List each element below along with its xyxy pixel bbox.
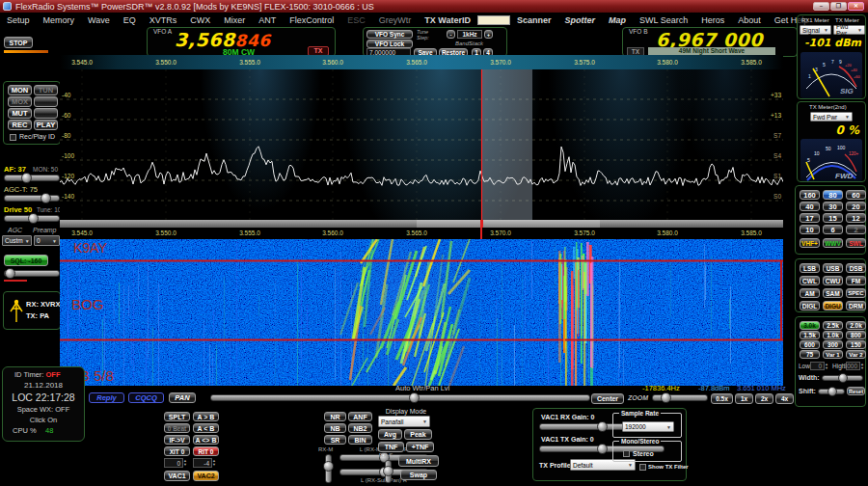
blank-button-1[interactable] [34,96,58,107]
preamp-select[interactable]: 0▼ [34,235,60,246]
peak-button[interactable]: Peak [404,429,432,440]
band-6[interactable]: 6 [823,225,843,234]
anf-button[interactable]: ANF [348,412,372,421]
menu-esc[interactable]: ESC [340,15,372,25]
menu-flexcontrol[interactable]: FlexControl [283,15,340,25]
vac1-button[interactable]: VAC1 [164,471,190,481]
stereo-checkbox[interactable] [623,450,630,457]
menu-heros[interactable]: Heros [694,15,731,25]
band-vhf[interactable]: VHF+ [800,238,820,248]
filter-800[interactable]: 800 [846,331,866,339]
filter-15k[interactable]: 1.5k [800,331,820,339]
zoom-1x-button[interactable]: 1x [735,393,753,404]
zero-beat-button[interactable]: 0 Beat [164,423,190,433]
zoom-05x-button[interactable]: 0.5x [711,393,733,404]
pan-button[interactable]: PAN [169,392,196,403]
filter-150[interactable]: 150 [846,340,866,349]
band-160[interactable]: 160 [800,190,820,200]
sr-button[interactable]: SR [324,435,346,445]
sample-rate-select[interactable]: 192000▼ [622,421,674,432]
avg-button[interactable]: Avg [378,429,402,440]
band-40[interactable]: 40 [800,202,820,211]
mode-usb[interactable]: USB [823,263,843,273]
filter-3k[interactable]: 3.0k [800,321,820,330]
filter-300[interactable]: 300 [823,340,843,349]
zoom-slider[interactable] [652,394,708,401]
space-wx-label[interactable]: Space WX: OFF [3,405,84,414]
blank-button-2[interactable] [34,108,58,119]
af-slider[interactable] [4,175,60,181]
filter-25k[interactable]: 2.5k [823,321,843,330]
menu-spotter[interactable]: Spotter [557,15,602,25]
squelch-slider[interactable] [4,270,60,277]
menu-swl-search[interactable]: SWL Search [633,15,694,25]
tun-button[interactable]: TUN [34,85,58,95]
spectrum-display[interactable]: 3.545.0 3.550.0 3.555.0 3.560.0 3.565.0 … [60,55,783,386]
panadapter[interactable] [60,69,783,220]
band-20[interactable]: 20 [846,202,866,211]
rec-button[interactable]: REC [8,120,32,130]
multirx-button[interactable]: MultiRX [398,455,439,467]
filter-passband[interactable] [482,69,532,220]
band-wwv[interactable]: WWV [823,238,843,248]
plus-tnf-button[interactable]: +TNF [406,442,434,452]
maximize-button[interactable]: ❐ [830,2,847,11]
bin-button[interactable]: BIN [348,435,372,445]
agct-slider[interactable] [4,195,60,202]
band-swl[interactable]: SWL [846,238,866,248]
mode-digu[interactable]: DIGU [823,301,843,310]
title-bar[interactable]: FlexRadio Systems™ PowerSDR™ v2.8.0.92 [… [0,0,868,13]
filter-low-spinner[interactable]: ▲▼ [825,362,828,370]
a-swap-b-button[interactable]: A <> B [193,435,219,445]
menu-xvtrs[interactable]: XVTRs [143,15,184,25]
band-10[interactable]: 10 [800,225,820,234]
mode-cwl[interactable]: CWL [800,276,820,285]
filter-var2[interactable]: Var 2 [846,350,866,359]
waterfall[interactable]: K9AY BOG CB 5/8 [60,239,783,386]
filter-600[interactable]: 600 [800,340,820,349]
play-button[interactable]: PLAY [34,120,58,130]
filter-width-slider[interactable] [822,375,863,381]
filter-low-input[interactable]: 0 [810,362,825,370]
reply-button[interactable]: Reply [89,392,124,403]
mox-button[interactable]: MOX [8,96,32,107]
if-to-vfo-button[interactable]: IF->V [164,435,190,445]
recplay-id-checkbox[interactable] [10,134,16,141]
mode-dsb[interactable]: DSB [846,263,866,273]
rx-main-volume-slider[interactable] [325,454,332,483]
menu-ant[interactable]: ANT [252,15,283,25]
vfo-sync-button[interactable]: VFO Sync [366,30,413,39]
menu-eq[interactable]: EQ [117,15,143,25]
show-tx-filter-checkbox[interactable] [639,464,646,471]
xit-spinner[interactable]: ▲▼ [183,458,187,468]
mode-fm[interactable]: FM [846,276,866,285]
xit-spinner-value[interactable]: 0 [164,458,183,468]
menu-map[interactable]: Map [602,15,633,25]
pan-scrollbar[interactable] [60,220,783,228]
band-12[interactable]: 12 [846,213,866,223]
filter-var1[interactable]: Var 1 [823,350,843,359]
display-mode-select[interactable]: Panafall▼ [378,416,430,427]
mode-lsb[interactable]: LSB [800,263,820,273]
rit-spinner-value[interactable]: -4 [193,458,212,468]
filter-shift-reset-button[interactable]: Reset [847,387,865,395]
tx-meter-select[interactable]: Fwd Pwr▼ [833,25,865,35]
center-button[interactable]: Center [591,393,624,404]
vfo-lock-button[interactable]: VFO Lock [366,40,413,48]
cqcq-button[interactable]: CQCQ [128,392,164,403]
tx2-meter-select[interactable]: Fwd Pwr▼ [810,112,853,122]
nb2-button[interactable]: NB2 [348,423,372,433]
filter-2k[interactable]: 2.0k [846,321,866,330]
tnf-button[interactable]: TNF [378,442,404,452]
menu-scanner[interactable]: Scanner [510,15,558,25]
mode-spec[interactable]: SPEC [846,288,866,298]
wtr-pan-level-slider[interactable] [210,394,590,401]
tune-step-up-button[interactable]: + [484,30,493,39]
menu-wave[interactable]: Wave [81,15,117,25]
band-60[interactable]: 60 [846,190,866,200]
mode-cwu[interactable]: CWU [823,276,843,285]
squelch-button[interactable]: SQL: -160 [4,255,48,266]
zoom-2x-button[interactable]: 2x [755,393,773,404]
mode-sam[interactable]: SAM [823,288,843,298]
vac2-button[interactable]: VAC2 [193,471,219,481]
